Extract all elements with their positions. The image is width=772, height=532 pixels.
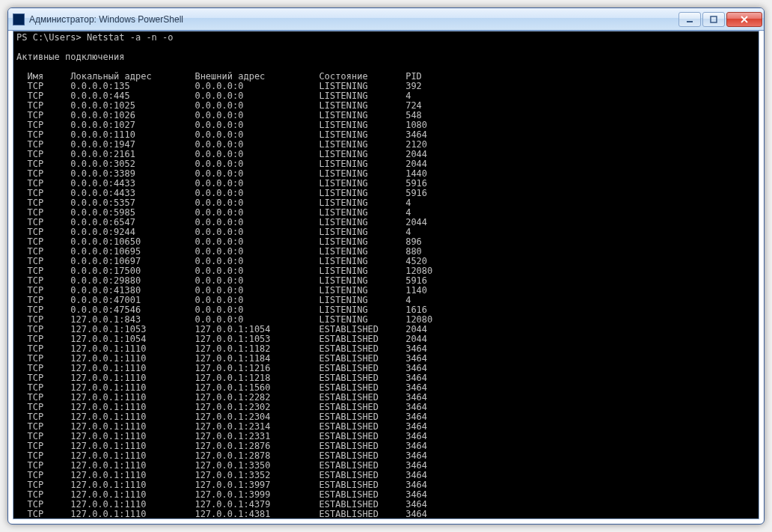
maximize-icon [710,16,717,23]
close-icon [740,16,749,23]
maximize-button[interactable] [702,12,725,27]
svg-rect-0 [687,21,693,22]
minimize-button[interactable] [678,12,701,27]
console-area[interactable]: PS C:\Users> Netstat -a -n -o Активные п… [13,31,759,519]
minimize-icon [686,16,693,23]
powershell-icon [13,13,25,25]
titlebar[interactable]: Администратор: Windows PowerShell [8,8,764,31]
powershell-window: Администратор: Windows PowerShell PS C:\… [7,7,765,525]
svg-rect-1 [711,16,717,22]
console-output: PS C:\Users> Netstat -a -n -o Активные п… [16,33,756,519]
window-controls [677,12,762,27]
close-button[interactable] [726,12,762,27]
window-title: Администратор: Windows PowerShell [29,14,677,25]
